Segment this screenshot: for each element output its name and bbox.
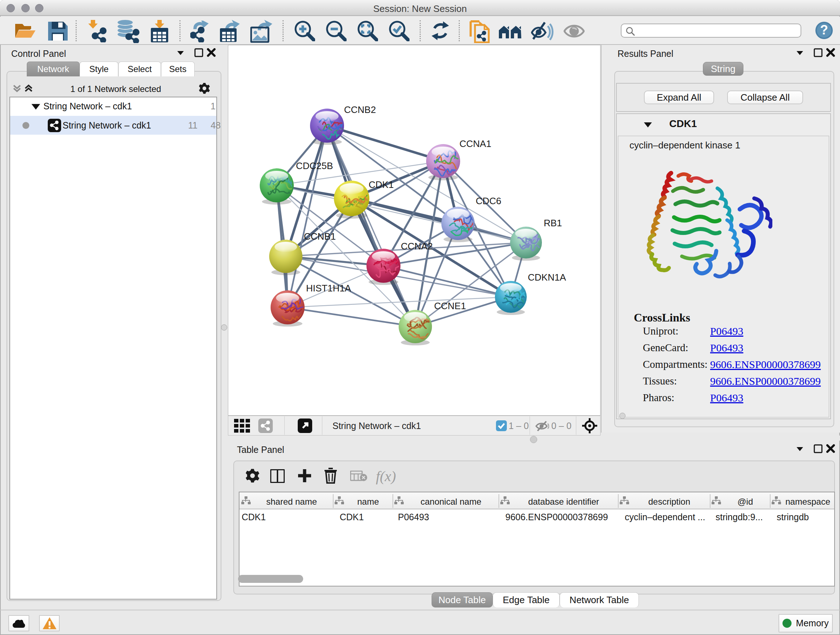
svg-text:CDC25B: CDC25B — [296, 160, 333, 171]
svg-text:CCNA2: CCNA2 — [401, 241, 433, 252]
svg-text:CDKN1A: CDKN1A — [528, 272, 566, 283]
svg-text:CCNA1: CCNA1 — [459, 138, 491, 149]
svg-text:CCNB1: CCNB1 — [304, 231, 336, 242]
svg-text:HIST1H1A: HIST1H1A — [306, 283, 351, 294]
svg-text:CCNB2: CCNB2 — [344, 104, 376, 115]
svg-text:CDC6: CDC6 — [476, 195, 501, 206]
svg-text:RB1: RB1 — [544, 218, 562, 228]
svg-text:CCNE1: CCNE1 — [434, 301, 466, 311]
svg-text:CDK1: CDK1 — [369, 179, 393, 190]
svg-text:?: ? — [820, 22, 828, 37]
